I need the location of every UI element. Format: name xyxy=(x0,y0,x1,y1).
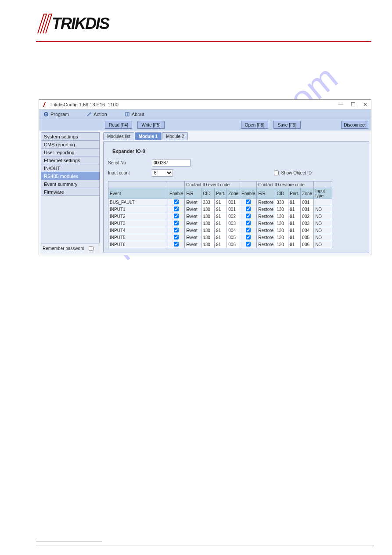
er-restore: Restore xyxy=(257,206,275,213)
cid-event[interactable]: 130 xyxy=(201,206,215,213)
zone-restore[interactable]: 006 xyxy=(301,241,314,248)
zone-event[interactable]: 006 xyxy=(227,241,240,248)
cid-event[interactable]: 130 xyxy=(201,227,215,234)
maximize-button[interactable]: ☐ xyxy=(350,102,356,108)
zone-event[interactable]: 004 xyxy=(227,227,240,234)
part-restore[interactable]: 91 xyxy=(288,227,301,234)
tab-modules-list[interactable]: Modules list xyxy=(103,132,134,140)
enable-event-checkbox[interactable] xyxy=(174,200,179,204)
remember-password-checkbox[interactable] xyxy=(89,246,94,251)
input-type: NO xyxy=(314,213,332,220)
close-button[interactable]: ✕ xyxy=(362,102,368,108)
open-button[interactable]: Open [F8] xyxy=(241,121,268,129)
serial-input[interactable] xyxy=(152,159,191,167)
zone-event[interactable]: 003 xyxy=(227,220,240,227)
sidebar-item-user-reporting[interactable]: User reporting xyxy=(41,148,100,156)
sidebar-item-ethernet-settings[interactable]: Ethernet settings xyxy=(41,156,100,164)
part-event[interactable]: 91 xyxy=(215,206,227,213)
part-event[interactable]: 91 xyxy=(215,213,227,220)
part-restore[interactable]: 91 xyxy=(288,206,301,213)
zone-restore[interactable]: 004 xyxy=(301,227,314,234)
sidebar-fill xyxy=(41,195,100,243)
enable-event-checkbox-cell xyxy=(168,220,185,227)
enable-event-checkbox[interactable] xyxy=(174,228,179,232)
enable-event-checkbox[interactable] xyxy=(174,235,179,239)
enable-restore-checkbox[interactable] xyxy=(246,207,251,211)
panel-title: Expander iO-8 xyxy=(112,149,364,154)
cid-restore[interactable]: 130 xyxy=(275,227,288,234)
sidebar-item-system-settings[interactable]: System settings xyxy=(41,132,100,141)
er-restore: Restore xyxy=(257,227,275,234)
enable-event-checkbox[interactable] xyxy=(174,242,179,247)
event-name: BUS_FAULT xyxy=(108,199,168,206)
col-enable-6: Enable xyxy=(240,188,257,199)
menu-program[interactable]: Program xyxy=(43,112,69,117)
disconnect-button[interactable]: Disconnect xyxy=(341,121,368,129)
save-button[interactable]: Save [F9] xyxy=(273,121,301,129)
module-panel: Expander iO-8 Serial No Input count 6 Sh… xyxy=(103,141,369,253)
enable-restore-checkbox[interactable] xyxy=(246,200,251,204)
enable-restore-checkbox[interactable] xyxy=(246,228,251,232)
menu-about-label: About xyxy=(132,112,144,117)
cid-restore[interactable]: 130 xyxy=(275,213,288,220)
enable-restore-checkbox[interactable] xyxy=(246,214,251,218)
part-restore[interactable]: 91 xyxy=(288,199,301,206)
enable-event-checkbox-cell xyxy=(168,234,185,241)
cid-event[interactable]: 130 xyxy=(201,241,215,248)
cid-restore[interactable]: 130 xyxy=(275,220,288,227)
part-event[interactable]: 91 xyxy=(215,227,227,234)
tab-module-1[interactable]: Module 1 xyxy=(135,132,162,140)
input-count-select[interactable]: 6 xyxy=(152,169,173,177)
zone-event[interactable]: 001 xyxy=(227,199,240,206)
svg-point-1 xyxy=(46,113,47,115)
part-restore[interactable]: 91 xyxy=(288,220,301,227)
zone-event[interactable]: 005 xyxy=(227,234,240,241)
enable-restore-checkbox[interactable] xyxy=(246,235,251,239)
enable-event-checkbox[interactable] xyxy=(174,221,179,225)
cid-restore[interactable]: 130 xyxy=(275,206,288,213)
show-object-id-checkbox[interactable] xyxy=(274,170,279,175)
write-button[interactable]: Write [F5] xyxy=(137,121,165,129)
cid-event[interactable]: 130 xyxy=(201,220,215,227)
zone-event[interactable]: 002 xyxy=(227,213,240,220)
sidebar-item-event-summary[interactable]: Event summary xyxy=(41,180,100,188)
part-restore[interactable]: 91 xyxy=(288,241,301,248)
tab-module-2[interactable]: Module 2 xyxy=(162,132,188,140)
cid-restore[interactable]: 333 xyxy=(275,199,288,206)
part-event[interactable]: 91 xyxy=(215,241,227,248)
table-row: INPUT5Event13091005Restore13091005NO xyxy=(108,234,332,241)
sidebar-item-rs485-modules[interactable]: RS485 modules xyxy=(41,172,100,180)
input-count-label: Input count xyxy=(108,170,143,175)
part-event[interactable]: 91 xyxy=(215,234,227,241)
part-restore[interactable]: 91 xyxy=(288,234,301,241)
cid-restore[interactable]: 130 xyxy=(275,241,288,248)
menu-about[interactable]: About xyxy=(125,112,144,117)
enable-event-checkbox[interactable] xyxy=(174,207,179,211)
zone-restore[interactable]: 001 xyxy=(301,199,314,206)
part-event[interactable]: 91 xyxy=(215,220,227,227)
read-button[interactable]: Read [F4] xyxy=(105,121,132,129)
cid-event[interactable]: 333 xyxy=(201,199,215,206)
zone-restore[interactable]: 002 xyxy=(301,213,314,220)
col-zone-10: Zone xyxy=(301,188,314,199)
minimize-button[interactable]: — xyxy=(338,102,344,108)
zone-event[interactable]: 001 xyxy=(227,206,240,213)
zone-restore[interactable]: 005 xyxy=(301,234,314,241)
sidebar-item-in-out[interactable]: IN/OUT xyxy=(41,164,100,172)
cid-event[interactable]: 130 xyxy=(201,213,215,220)
part-event[interactable]: 91 xyxy=(215,199,227,206)
cid-restore[interactable]: 130 xyxy=(275,234,288,241)
zone-restore[interactable]: 003 xyxy=(301,220,314,227)
enable-restore-checkbox[interactable] xyxy=(246,242,251,247)
enable-event-checkbox[interactable] xyxy=(174,214,179,218)
input-type: NO xyxy=(314,220,332,227)
menu-action[interactable]: Action xyxy=(86,112,107,117)
sidebar-item-cms-reporting[interactable]: CMS reporting xyxy=(41,140,100,149)
cid-event[interactable]: 130 xyxy=(201,234,215,241)
table-row: INPUT1Event13091001Restore13091001NO xyxy=(108,206,332,213)
menu-action-label: Action xyxy=(94,112,107,117)
zone-restore[interactable]: 001 xyxy=(301,206,314,213)
enable-restore-checkbox[interactable] xyxy=(246,221,251,225)
col-cid-3: CID xyxy=(201,188,215,199)
part-restore[interactable]: 91 xyxy=(288,213,301,220)
